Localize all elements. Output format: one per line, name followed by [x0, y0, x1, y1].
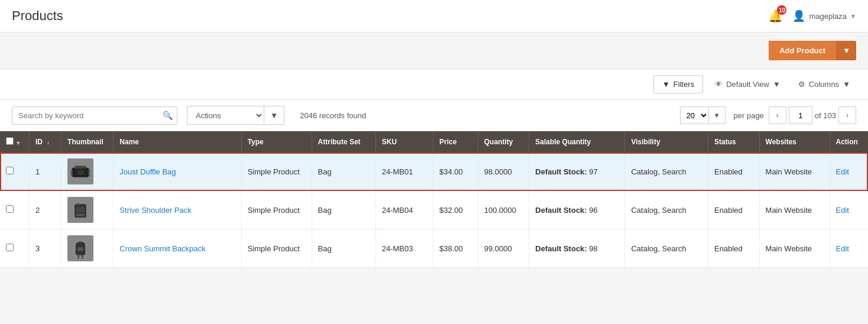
product-name-link[interactable]: Crown Summit Backpack: [119, 244, 205, 253]
page-header: Products 🔔 10 👤 mageplaza ▼: [0, 0, 868, 33]
add-product-main-label[interactable]: Add Product: [769, 41, 836, 60]
pagination-wrap: 20 ▼ per page ‹ of 103 ›: [680, 106, 856, 124]
row-websites: Main Website: [759, 191, 830, 229]
row-id: 3: [29, 229, 61, 268]
id-sort-icon[interactable]: ↓: [47, 139, 50, 145]
per-page-chevron-icon: ▼: [714, 112, 720, 119]
default-view-label: Default View: [726, 80, 769, 89]
row-attribute-set: Bag: [312, 153, 375, 191]
default-view-button[interactable]: 👁 Default View ▼: [709, 76, 786, 93]
edit-link[interactable]: Edit: [836, 244, 849, 253]
chevron-down-icon: ▼: [850, 13, 856, 20]
edit-link[interactable]: Edit: [836, 206, 849, 215]
table-row: 3 Crown Summit Backpack Simple Product B…: [0, 229, 868, 268]
svg-point-2: [77, 170, 85, 176]
search-actions-bar: 🔍 Actions ▼ 2046 records found 20 ▼ per …: [0, 100, 868, 131]
th-visibility-label: Visibility: [631, 138, 660, 146]
columns-chevron-icon: ▼: [843, 80, 850, 89]
row-type: Simple Product: [241, 153, 312, 191]
row-type: Simple Product: [241, 191, 312, 229]
gear-icon: ⚙: [798, 80, 805, 89]
th-name: Name: [114, 131, 241, 153]
actions-chevron-icon: ▼: [270, 111, 278, 120]
row-action: Edit: [830, 229, 868, 268]
th-checkbox-chevron-icon: ▼: [15, 140, 21, 146]
row-quantity: 99.0000: [478, 229, 529, 268]
product-name-link[interactable]: Joust Duffle Bag: [119, 167, 176, 176]
current-page-input[interactable]: [789, 106, 812, 124]
svg-rect-7: [76, 207, 85, 213]
table-row: 2 Strive Shoulder Pack Simple Product Ba…: [0, 191, 868, 229]
toolbar-bar: Add Product ▼: [0, 33, 868, 69]
eye-icon: 👁: [715, 80, 723, 89]
records-found: 2046 records found: [300, 111, 366, 120]
page-title: Products: [12, 8, 63, 24]
select-all-checkbox[interactable]: [6, 137, 14, 145]
row-thumbnail: [61, 153, 114, 191]
th-action-label: Action: [836, 138, 858, 146]
product-thumbnail: [67, 235, 93, 261]
th-price-label: Price: [439, 138, 456, 146]
salable-value: 98: [589, 244, 597, 253]
th-visibility: Visibility: [625, 131, 708, 153]
filters-button[interactable]: ▼ Filters: [653, 75, 703, 93]
row-name: Crown Summit Backpack: [114, 229, 241, 268]
row-price: $34.00: [433, 153, 478, 191]
row-name: Strive Shoulder Pack: [114, 191, 241, 229]
row-checkbox-cell: [0, 229, 29, 268]
columns-button[interactable]: ⚙ Columns ▼: [792, 76, 856, 93]
row-checkbox[interactable]: [6, 205, 14, 213]
salable-label: Default Stock:: [535, 206, 587, 215]
th-sku-label: SKU: [382, 138, 397, 146]
actions-select[interactable]: Actions: [187, 106, 264, 125]
grid-controls: ▼ Filters 👁 Default View ▼ ⚙ Columns ▼: [0, 69, 868, 100]
row-type: Simple Product: [241, 229, 312, 268]
user-icon: 👤: [792, 9, 805, 22]
per-page-select[interactable]: 20: [680, 106, 708, 124]
th-type: Type: [241, 131, 312, 153]
row-websites: Main Website: [759, 153, 830, 191]
th-status-label: Status: [714, 138, 736, 146]
th-price: Price: [433, 131, 478, 153]
svg-rect-11: [77, 247, 83, 251]
th-websites: Websites: [759, 131, 830, 153]
th-quantity: Quantity: [478, 131, 529, 153]
row-sku: 24-MB04: [375, 191, 433, 229]
row-sku: 24-MB03: [375, 229, 433, 268]
total-pages-label: of 103: [815, 111, 836, 120]
row-checkbox-cell: [0, 191, 29, 229]
prev-page-button[interactable]: ‹: [769, 106, 786, 124]
products-table: ▼ ID ↓ Thumbnail Name Type Attribute Set…: [0, 131, 868, 268]
product-name-link[interactable]: Strive Shoulder Pack: [119, 206, 191, 215]
th-status: Status: [708, 131, 760, 153]
th-action: Action: [830, 131, 868, 153]
th-websites-label: Websites: [766, 138, 796, 146]
next-page-button[interactable]: ›: [838, 106, 856, 124]
salable-label: Default Stock:: [535, 167, 587, 176]
per-page-select-wrap: 20 ▼: [680, 106, 726, 124]
row-quantity: 98.0000: [478, 153, 529, 191]
row-thumbnail: [61, 229, 114, 268]
row-quantity: 100.0000: [478, 191, 529, 229]
row-price: $32.00: [433, 191, 478, 229]
edit-link[interactable]: Edit: [836, 167, 849, 176]
notification-bell[interactable]: 🔔 10: [768, 9, 783, 23]
per-page-dropdown-button[interactable]: ▼: [708, 106, 726, 124]
svg-rect-1: [75, 166, 86, 169]
add-product-button[interactable]: Add Product ▼: [769, 41, 856, 60]
row-id: 1: [29, 153, 61, 191]
salable-value: 97: [589, 167, 597, 176]
th-type-label: Type: [248, 138, 264, 146]
actions-dropdown-button[interactable]: ▼: [264, 106, 284, 125]
search-input[interactable]: [12, 106, 177, 125]
add-product-dropdown-icon[interactable]: ▼: [836, 41, 856, 60]
table-row: 1 Joust Duffle Bag Simple Product Bag 24…: [0, 153, 868, 191]
row-sku: 24-MB01: [375, 153, 433, 191]
notification-badge: 10: [777, 5, 786, 15]
row-checkbox[interactable]: [6, 167, 14, 174]
user-menu[interactable]: 👤 mageplaza ▼: [792, 9, 856, 22]
row-checkbox[interactable]: [6, 244, 14, 251]
filters-label: Filters: [673, 80, 694, 89]
th-salable-quantity-label: Salable Quantity: [535, 138, 591, 146]
salable-value: 96: [589, 206, 597, 215]
